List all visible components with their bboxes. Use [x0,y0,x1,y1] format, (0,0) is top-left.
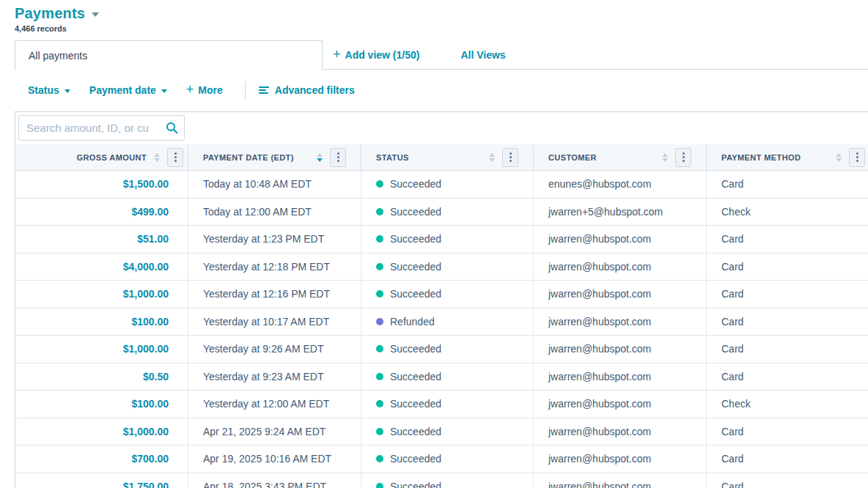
gross-amount-link[interactable]: $0.50 [143,371,169,382]
table-row[interactable]: $100.00Yesterday at 12:00 AM EDTSucceede… [15,391,868,418]
gross-amount-link[interactable]: $1,000.00 [123,426,169,437]
sort-arrows-icon[interactable] [152,152,161,163]
payments-table-panel: GROSS AMOUNTPAYMENT DATE (EDT)STATUSCUST… [15,111,868,488]
column-header-payment-date[interactable]: PAYMENT DATE (EDT) [188,144,361,170]
table-row[interactable]: $4,000.00Yesterday at 12:18 PM EDTSuccee… [15,254,868,281]
column-header-status[interactable]: STATUS [361,144,534,170]
customer-cell: jwarren+5@hubspot.com [534,199,707,226]
column-label: STATUS [376,153,409,162]
gross-amount-link[interactable]: $100.00 [131,316,169,328]
payment-method-cell: Card [707,171,868,198]
table-body: $1,500.00Today at 10:48 AM EDTSucceedede… [15,171,868,488]
status-cell: Refunded [361,308,534,336]
records-count: 4,466 records [15,24,99,33]
status-dot-icon [376,428,383,435]
table-row[interactable]: $1,000.00Apr 21, 2025 9:24 AM EDTSucceed… [15,418,868,446]
status-dot-icon [376,180,383,188]
status-cell: Succeeded [361,391,534,418]
sort-arrows-icon[interactable] [661,152,669,163]
column-header-customer[interactable]: CUSTOMER [534,144,707,170]
tab-all-payments[interactable]: All payments [15,40,323,70]
status-cell: Succeeded [361,281,534,308]
gross-amount-link[interactable]: $1,000.00 [123,288,169,300]
payment-date-cell: Today at 10:48 AM EDT [188,171,361,198]
payment-date-cell: Apr 19, 2025 10:16 AM EDT [188,446,361,473]
status-label: Succeeded [390,233,441,245]
column-menu-button[interactable] [849,148,865,167]
status-cell: Succeeded [361,418,534,446]
sort-arrows-icon[interactable] [488,152,496,163]
plus-icon: + [186,83,194,96]
column-menu-button[interactable] [167,148,183,167]
gross-amount-link[interactable]: $499.00 [131,206,169,218]
plus-icon: + [333,48,341,61]
table-row[interactable]: $51.00Yesterday at 1:23 PM EDTSucceededj… [15,226,868,254]
table-row[interactable]: $1,500.00Today at 10:48 AM EDTSucceedede… [15,171,868,199]
customer-cell: jwarren@hubspot.com [534,363,707,391]
customer-cell: jwarren@hubspot.com [534,254,707,281]
table-row[interactable]: $700.00Apr 19, 2025 10:16 AM EDTSucceede… [15,446,868,473]
status-label: Succeeded [390,371,441,382]
payment-method-cell: Card [707,281,868,308]
payment-method-cell: Check [707,391,868,418]
column-menu-button[interactable] [330,148,346,167]
table-row[interactable]: $100.00Yesterday at 10:17 AM EDTRefunded… [15,308,868,336]
gross-amount-link[interactable]: $1,750.00 [123,481,169,488]
gross-amount-link[interactable]: $1,500.00 [123,178,169,190]
status-dot-icon [376,373,383,380]
status-label: Succeeded [390,398,441,410]
table-row[interactable]: $1,750.00Apr 18, 2025 3:43 PM EDTSucceed… [15,473,868,488]
table-row[interactable]: $499.00Today at 12:00 AM EDTSucceededjwa… [15,199,868,226]
status-label: Succeeded [390,206,441,218]
column-header-payment-method[interactable]: PAYMENT METHOD [707,144,868,170]
filter-payment-date-dropdown[interactable]: Payment date [89,84,167,96]
table-row[interactable]: $1,000.00Yesterday at 9:26 AM EDTSucceed… [15,336,868,363]
sort-arrows-icon[interactable] [834,152,843,163]
column-menu-button[interactable] [502,148,518,167]
advanced-filters-button[interactable]: Advanced filters [259,84,355,96]
payment-method-cell: Card [707,446,868,473]
table-row[interactable]: $0.50Yesterday at 9:23 AM EDTSucceededjw… [15,363,868,391]
payment-date-cell: Yesterday at 12:00 AM EDT [188,391,361,418]
title-dropdown-caret-icon[interactable] [92,12,99,17]
payment-method-cell: Card [707,473,868,488]
gross-amount-link[interactable]: $4,000.00 [123,261,169,273]
status-label: Succeeded [390,481,441,488]
column-label: CUSTOMER [548,153,597,162]
column-header-gross-amount[interactable]: GROSS AMOUNT [15,144,188,170]
payment-method-cell: Check [707,199,868,226]
payment-method-cell: Card [707,363,868,391]
add-view-label: Add view (1/50) [345,49,420,61]
customer-cell: jwarren@hubspot.com [534,473,707,488]
status-cell: Succeeded [361,363,534,391]
table-row[interactable]: $1,000.00Yesterday at 12:16 PM EDTSuccee… [15,281,868,308]
payment-method-cell: Card [707,336,868,363]
customer-cell: jwarren@hubspot.com [534,336,707,363]
filter-bar: Status Payment date + More Advanced filt… [28,81,374,100]
search-icon[interactable] [166,122,178,137]
payment-date-cell: Yesterday at 12:18 PM EDT [188,254,361,281]
gross-amount-link[interactable]: $100.00 [131,398,169,410]
add-view-button[interactable]: + Add view (1/50) [333,48,419,62]
status-label: Succeeded [390,426,441,437]
status-label: Succeeded [390,343,441,355]
payment-date-cell: Today at 12:00 AM EDT [188,199,361,226]
status-dot-icon [376,483,383,488]
advanced-filters-label: Advanced filters [275,84,355,96]
gross-amount-link[interactable]: $700.00 [131,453,169,465]
payment-method-cell: Card [707,254,868,281]
all-views-link[interactable]: All Views [460,49,505,61]
customer-cell: jwarren@hubspot.com [534,308,707,336]
more-filters-button[interactable]: + More [186,84,223,97]
search-input[interactable] [18,115,185,141]
payment-method-cell: Card [707,308,868,336]
status-cell: Succeeded [361,336,534,363]
column-label: GROSS AMOUNT [77,153,147,162]
gross-amount-link[interactable]: $51.00 [137,233,169,245]
status-cell: Succeeded [361,226,534,253]
sort-arrows-icon[interactable] [315,152,324,163]
gross-amount-link[interactable]: $1,000.00 [123,343,169,355]
table-header-row: GROSS AMOUNTPAYMENT DATE (EDT)STATUSCUST… [15,144,868,171]
column-menu-button[interactable] [675,148,691,167]
filter-status-dropdown[interactable]: Status [28,84,70,96]
